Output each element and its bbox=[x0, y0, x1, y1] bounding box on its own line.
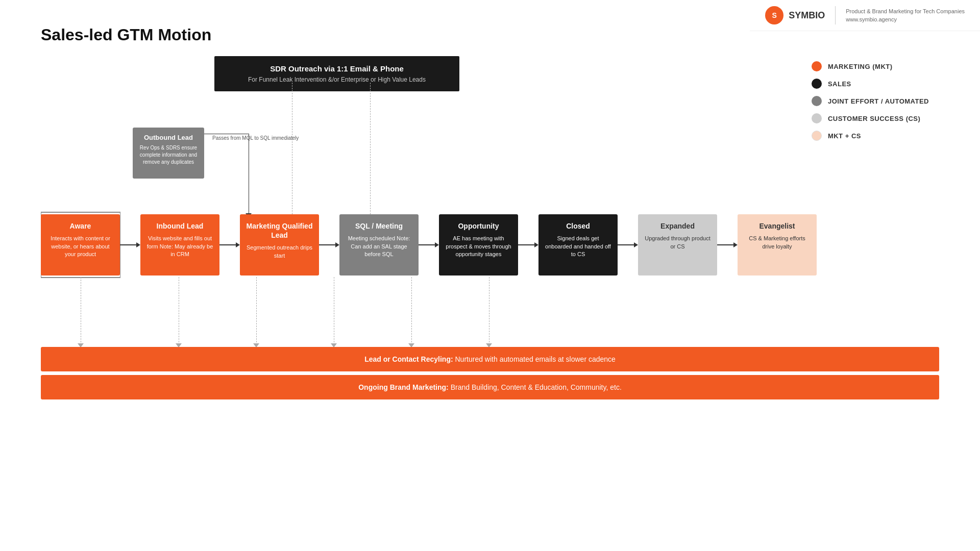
brand-bar: Ongoing Brand Marketing: Brand Building,… bbox=[41, 375, 939, 399]
closed-desc: Signed deals get onboarded and handed of… bbox=[545, 235, 611, 258]
arrow-1 bbox=[120, 240, 140, 250]
arrow-2 bbox=[219, 240, 240, 250]
arrow-4 bbox=[419, 240, 439, 250]
closed-title: Closed bbox=[566, 221, 590, 231]
header-divider bbox=[835, 6, 836, 24]
svg-marker-3 bbox=[236, 242, 240, 247]
outbound-desc: Rev Ops & SDRS ensure complete informati… bbox=[138, 144, 199, 166]
legend-item-sales: SALES bbox=[812, 79, 929, 89]
sql-stage-box: SQL / Meeting Meeting scheduled Note: Ca… bbox=[339, 214, 419, 276]
header-tagline: Product & Brand Marketing for Tech Compa… bbox=[846, 7, 965, 24]
opportunity-stage-box: Opportunity AE has meeting with prospect… bbox=[439, 214, 518, 276]
inbound-lead-title: Inbound Lead bbox=[157, 221, 204, 231]
inbound-lead-stage-box: Inbound Lead Visits website and fills ou… bbox=[140, 214, 219, 276]
legend-label-mktcs: MKT + CS bbox=[828, 132, 861, 140]
svg-marker-9 bbox=[534, 242, 538, 247]
sql-desc: Meeting scheduled Note: Can add an SAL s… bbox=[346, 235, 412, 258]
opportunity-desc: AE has meeting with prospect & moves thr… bbox=[445, 235, 512, 258]
legend-label-joint: JOINT EFFORT / AUTOMATED bbox=[828, 97, 929, 105]
closed-stage-box: Closed Signed deals get onboarded and ha… bbox=[538, 214, 618, 276]
logo-icon: S bbox=[765, 6, 783, 24]
legend-dot-cs bbox=[812, 113, 822, 123]
outbound-stage-box: Outbound Lead Rev Ops & SDRS ensure comp… bbox=[133, 128, 204, 179]
legend-dot-sales bbox=[812, 79, 822, 89]
outbound-title: Outbound Lead bbox=[138, 134, 199, 141]
brand-bar-bold: Ongoing Brand Marketing: bbox=[358, 383, 449, 391]
aware-desc: Interacts with content or website, or he… bbox=[47, 235, 114, 258]
expanded-desc: Upgraded through product or CS bbox=[644, 235, 711, 251]
mql-line-h bbox=[204, 134, 249, 134]
mql-note: Passes from MQL to SQL immediately bbox=[212, 134, 299, 142]
sdr-line-left bbox=[292, 83, 292, 214]
evangelist-desc: CS & Marketing efforts drive loyalty bbox=[744, 235, 811, 251]
header: S SYMBIO Product & Brand Marketing for T… bbox=[750, 0, 980, 31]
expanded-title: Expanded bbox=[660, 221, 695, 231]
inbound-lead-desc: Visits website and fills out form Note: … bbox=[146, 235, 213, 258]
sdr-banner: SDR Outreach via 1:1 Email & Phone For F… bbox=[214, 56, 459, 91]
mql-title: Marketing Qualified Lead bbox=[246, 221, 313, 240]
drop-line-1 bbox=[81, 277, 81, 345]
legend-dot-mktcs bbox=[812, 131, 822, 141]
sdr-banner-subtitle: For Funnel Leak Intervention &/or Enterp… bbox=[225, 76, 449, 83]
legend-label-sales: SALES bbox=[828, 80, 851, 88]
opportunity-title: Opportunity bbox=[458, 221, 499, 231]
outbound-line-top bbox=[41, 212, 120, 213]
svg-marker-11 bbox=[634, 242, 638, 247]
mql-line-v bbox=[249, 134, 249, 215]
legend-item-cs: CUSTOMER SUCCESS (CS) bbox=[812, 113, 929, 123]
legend-item-mktcs: MKT + CS bbox=[812, 131, 929, 141]
sdr-line-right bbox=[370, 83, 371, 214]
legend-label-cs: CUSTOMER SUCCESS (CS) bbox=[828, 115, 920, 122]
sql-title: SQL / Meeting bbox=[355, 221, 403, 231]
legend: MARKETING (MKT) SALES JOINT EFFORT / AUT… bbox=[812, 61, 929, 148]
legend-item-mkt: MARKETING (MKT) bbox=[812, 61, 929, 71]
aware-stage-box: Aware Interacts with content or website,… bbox=[41, 214, 120, 276]
evangelist-stage-box: Evangelist CS & Marketing efforts drive … bbox=[738, 214, 817, 276]
drop-line-2 bbox=[179, 277, 179, 345]
aware-title: Aware bbox=[70, 221, 91, 231]
arrow-6 bbox=[618, 240, 638, 250]
svg-marker-5 bbox=[335, 242, 339, 247]
drop-line-4 bbox=[334, 277, 334, 345]
recycle-bar-rest: Nurtured with automated emails at slower… bbox=[453, 355, 616, 363]
flow-container: Aware Interacts with content or website,… bbox=[41, 214, 817, 276]
expanded-stage-box: Expanded Upgraded through product or CS bbox=[638, 214, 717, 276]
svg-marker-7 bbox=[435, 242, 439, 247]
arrow-5 bbox=[518, 240, 538, 250]
legend-dot-mkt bbox=[812, 61, 822, 71]
recycle-bar: Lead or Contact Recyling: Nurtured with … bbox=[41, 347, 939, 371]
brand-bar-rest: Brand Building, Content & Education, Com… bbox=[449, 383, 622, 391]
drop-line-6 bbox=[489, 277, 489, 345]
legend-label-mkt: MARKETING (MKT) bbox=[828, 63, 893, 70]
page-title: Sales-led GTM Motion bbox=[41, 26, 211, 44]
drop-line-5 bbox=[411, 277, 412, 345]
legend-item-joint: JOINT EFFORT / AUTOMATED bbox=[812, 96, 929, 106]
arrow-7 bbox=[717, 240, 738, 250]
legend-dot-joint bbox=[812, 96, 822, 106]
sdr-banner-title: SDR Outreach via 1:1 Email & Phone bbox=[225, 64, 449, 73]
svg-marker-13 bbox=[733, 242, 738, 247]
brand-name: SYMBIO bbox=[789, 10, 825, 21]
recycle-bar-bold: Lead or Contact Recyling: bbox=[364, 355, 453, 363]
arrow-3 bbox=[319, 240, 339, 250]
evangelist-title: Evangelist bbox=[759, 221, 795, 231]
mql-desc: Segmented outreach drips start bbox=[246, 244, 313, 260]
svg-marker-1 bbox=[136, 242, 140, 247]
drop-line-3 bbox=[256, 277, 257, 345]
mql-stage-box: Marketing Qualified Lead Segmented outre… bbox=[240, 214, 319, 276]
